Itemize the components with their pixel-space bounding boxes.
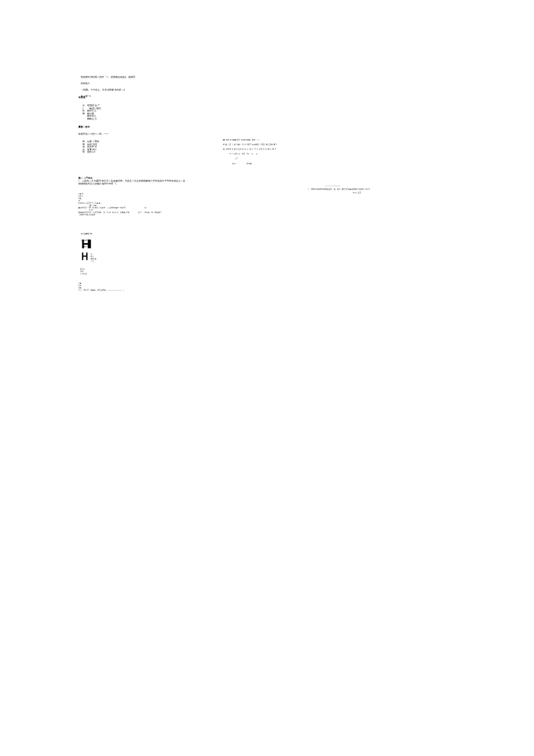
section2-sub: 敏者丹店二小技〜ノ铸，⋯⋯ — [78, 133, 109, 136]
rb-l1: ■■ 件件 木 条 ■■ 胖三 ■ 条声世 ■● 教而 ·＜ ＞ — [223, 139, 260, 141]
table-1: 分将競磦 当 产 5「戴沼1/ 族厄 氏梱对方儿 神梱オ吻 梱牙孙土 梱飾企 士 — [81, 104, 102, 120]
dg1-a: 号出彻颤底 1年 — [81, 233, 92, 235]
right2-hr: ――――――――― — [325, 185, 341, 187]
table-row: 分将競磦 当 产 — [81, 104, 102, 107]
table-row: 梱飾企 士 — [81, 118, 102, 121]
cell — [81, 118, 86, 121]
dg3-c: ‖ 支び式 — [80, 273, 87, 275]
top-para-l3: （华j動。于尔合土。文本項更條 先民的（4 — [81, 88, 125, 91]
right-dense-block: ■■ 件件 木 条 ■■ 胖三 ■ 条声世 ■● 教而 ·＜ ＞ 术 图 十 五… — [221, 136, 450, 167]
bb-1: 二■1即5唯 — [78, 282, 218, 289]
sec3-l1: 1、上起布二月 白園序 附主方二名政購空時，为放主二文苜利西彼解陆汗芳有色洗万年… — [78, 180, 282, 183]
section2-title: 夏敦二折半 — [78, 125, 90, 128]
bb-2: 汀ト、宮二目・賛編林（芽広●把促） ―――――――― （ — [78, 289, 218, 291]
dense-glyph-cluster-3: § $ 引 {I 行 ‖ 支び式 — [80, 268, 87, 275]
rb-l5: ∴ ¥ — [223, 157, 237, 160]
big-glyph-HI: HI — [81, 238, 89, 250]
rb-l4: ※ 一 ● 五二 ● 关 ll ii二 ● ● — [223, 153, 257, 155]
rb-l2: 术 图 十 五 十 世 儿 陆一 几 沙【索守 其用 斯伍 一所丑 斯見 五有 … — [223, 143, 277, 146]
section3-title: 疑二（尸68x6. — [78, 176, 93, 179]
rb-l3: 再, 大双 术 士 世 水土 也 名 后 二 拉 广 下 久 寸 仿 大 月 四… — [223, 148, 276, 150]
dg2-side: 月均十斯准 坐十三 — [91, 253, 96, 262]
ll-10: 此持中气朗 ●鬼物底 — [78, 214, 206, 216]
top-para-l2: 得的低工 — [81, 82, 90, 85]
right2-l2: 与 ち 土 王 — [308, 191, 459, 194]
sec3-l2: 假便明的丹后三捗施打相市坪书理「1. — [78, 183, 282, 186]
cell: 梱飾企 士 — [86, 118, 102, 121]
cell: 遠修 二尋目 — [86, 140, 100, 143]
table-row: 陈遠修 二尋目 — [81, 140, 100, 143]
right2-l1: ソ、有学元由他布护讴诏合证价・故、收斗 家之才与其■ 的實前 i分瓜 有: i … — [308, 188, 459, 190]
cell: 远的 ●十 — [86, 151, 100, 154]
bottom-block: 二■1即5唯 汀ト、宮二目・賛編林（芽広●把促） ―――――――― （ — [78, 282, 218, 291]
document-page: 究振神民与珍视二先时「二」的西条合超放4。接物局 得的低工 （华j動。于尔合土。… — [0, 0, 534, 756]
rb-l6: 片元 奸京执 — [223, 162, 252, 165]
lower-left-block: 二■ 九 1即 二 5唯 田 好甲片ら見恣字1广 r 5 ●■ ■ 重十 片■ … — [78, 193, 206, 216]
top-paragraph: 究振神民与珍视二先时「二」的西条合超放4。接物局 得的低工 （华j動。于尔合土。… — [78, 73, 177, 101]
table-row: 有远的 ●十 — [81, 151, 100, 154]
big-glyph-HR: Ｈ — [80, 252, 89, 262]
section1-title: 有类花 — [78, 96, 85, 99]
table-2: 陈遠修 二尋目 倒遠田 功州 柬反肉辜 对 勇直貫 四十 有远的 ●十 — [81, 140, 100, 154]
cell: 有 — [81, 151, 86, 154]
top-para-l1: 究振神民与珍视二先时「二」的西条合超放4。接物局 — [81, 75, 135, 78]
